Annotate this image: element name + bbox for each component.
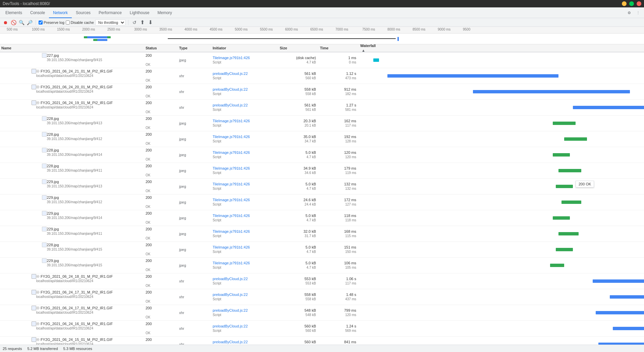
initiator-link[interactable]: TileImage.js?91b1:426 [213, 261, 277, 265]
initiator-link[interactable]: preloadByCloud.js:22 [213, 87, 277, 92]
table-row[interactable]: 229.jpg 39.101.150.206/map/zhanjiang/9/4… [0, 210, 644, 226]
table-row[interactable]: ☉ FY2G_2021_06_24_20_01_M_PI2_IR1.GIF lo… [0, 84, 644, 100]
tab-console[interactable]: Console [26, 7, 49, 18]
clear-button[interactable]: 🚫 [10, 19, 17, 26]
record-button[interactable]: ⏺ [2, 19, 9, 26]
status-code: 200 [146, 164, 176, 168]
initiator-link[interactable]: preloadByCloud.js:22 [213, 276, 277, 281]
export-har-button[interactable]: ⬇ [147, 19, 154, 26]
refresh-btn[interactable]: ↺ [131, 19, 138, 26]
initiator-link[interactable]: TileImage.js?91b1:426 [213, 213, 277, 218]
tab-network[interactable]: Network [49, 7, 72, 18]
initiator-link[interactable]: preloadByCloud.js:22 [213, 324, 277, 328]
preserve-log-label[interactable]: Preserve log [39, 20, 64, 25]
more-button[interactable]: ⋮ [634, 7, 643, 18]
initiator-link[interactable]: TileImage.js?91b1:426 [213, 55, 277, 60]
initiator-link[interactable]: preloadByCloud.js:22 [213, 292, 277, 297]
tab-performance[interactable]: Performance [95, 7, 126, 18]
tab-sources[interactable]: Sources [72, 7, 95, 18]
preserve-log-checkbox[interactable] [39, 20, 43, 25]
table-row[interactable]: ☉ FY2G_2021_06_24_15_01_M_PI2_IR1.GIF lo… [0, 337, 644, 345]
settings-button[interactable]: ⚙ [625, 7, 634, 18]
table-row[interactable]: ☉ FY2G_2021_06_24_18_01_M_PI2_IR1.GIF lo… [0, 273, 644, 289]
size-resource: 4.7 kB [280, 250, 316, 254]
header-waterfall[interactable]: Waterfall ▲ [359, 44, 644, 53]
name-texts: ☉ FY2G_2021_06_24_21_01_M_PI2_IR1.GIF lo… [36, 69, 113, 78]
table-row[interactable]: 229.jpg 39.101.150.206/map/zhanjiang/9/4… [0, 194, 644, 210]
table-row[interactable]: 227.jpg 39.101.150.206/map/zhanjiang/9/4… [0, 52, 644, 68]
initiator-link[interactable]: preloadByCloud.js:22 [213, 340, 277, 344]
type-value: jpeg [179, 152, 210, 157]
name-texts: ☉ FY2G_2021_06_24_18_01_M_PI2_IR1.GIF lo… [36, 274, 113, 283]
initiator-link[interactable]: TileImage.js?91b1:426 [213, 166, 277, 171]
cell-waterfall [359, 289, 644, 305]
timeline-ruler: 500 ms 1000 ms 1500 ms 2000 ms 2500 ms 3… [0, 27, 644, 34]
header-size[interactable]: Size [278, 45, 319, 51]
disable-cache-label[interactable]: Disable cache [66, 20, 94, 25]
tab-lighthouse[interactable]: Lighthouse [126, 7, 154, 18]
time-latency: 150 ms [320, 250, 356, 254]
tick-8500: 8500 ms [413, 28, 425, 31]
table-row[interactable]: ☉ FY2G_2021_06_24_17_01_M_PI2_IR1.GIF lo… [0, 305, 644, 321]
table-row[interactable]: 229.jpg 39.101.150.206/map/zhanjiang/9/4… [0, 226, 644, 242]
size-transfer: 5.0 kB [280, 213, 316, 218]
table-row[interactable]: 229.jpg 39.101.150.206/map/zhanjiang/9/4… [0, 258, 644, 273]
initiator-link[interactable]: TileImage.js?91b1:426 [213, 197, 277, 202]
initiator-link[interactable]: preloadByCloud.js:22 [213, 71, 277, 76]
initiator-link[interactable]: preloadByCloud.js:22 [213, 308, 277, 313]
header-name[interactable]: Name [0, 45, 144, 51]
tick-1500: 1500 ms [57, 28, 70, 31]
name-texts: ☉ FY2G_2021_06_24_16_01_M_PI2_IR1.GIF lo… [36, 321, 113, 331]
tick-6000: 6000 ms [285, 28, 298, 31]
table-row[interactable]: 228.jpg 39.101.150.206/map/zhanjiang/9/4… [0, 242, 644, 258]
disable-cache-checkbox[interactable] [66, 20, 70, 25]
time-main: 168 ms [320, 229, 356, 234]
table-row[interactable]: 228.jpg 39.101.150.206/map/zhanjiang/9/4… [0, 163, 644, 179]
initiator-link[interactable]: TileImage.js?91b1:426 [213, 229, 277, 234]
filename: ☉ FY2G_2021_06_24_19_01_M_PI2_IR1.GIF [36, 100, 113, 105]
table-row[interactable]: 229.jpg 39.101.150.206/map/zhanjiang/9/4… [0, 179, 644, 194]
initiator-link[interactable]: TileImage.js?91b1:426 [213, 134, 277, 139]
minimize-button[interactable]: − [622, 1, 627, 6]
filepath: 39.101.150.206/map/zhanjiang/9/411 [47, 168, 102, 173]
name-texts: 228.jpg 39.101.150.206/map/zhanjiang/9/4… [47, 132, 102, 141]
table-row[interactable]: 228.jpg 39.101.150.206/map/zhanjiang/9/4… [0, 131, 644, 147]
import-har-button[interactable]: ⬆ [139, 19, 146, 26]
initiator-link[interactable]: TileImage.js?91b1:426 [213, 150, 277, 155]
tab-elements[interactable]: Elements [1, 7, 26, 18]
header-type[interactable]: Type [178, 45, 211, 51]
initiator-link[interactable]: TileImage.js?91b1:426 [213, 245, 277, 250]
table-row[interactable]: ☉ FY2G_2021_06_24_16_01_M_PI2_IR1.GIF lo… [0, 321, 644, 337]
throttling-select[interactable]: No throttling [95, 19, 125, 26]
table-body[interactable]: 227.jpg 39.101.150.206/map/zhanjiang/9/4… [0, 52, 644, 345]
table-row[interactable]: ☉ FY2G_2021_06_24_17_31_M_PI2_IR1.GIF lo… [0, 289, 644, 305]
maximize-button[interactable]: □ [629, 1, 634, 6]
timeline-overview[interactable]: 500 ms 1000 ms 1500 ms 2000 ms 2500 ms 3… [0, 27, 644, 44]
image-icon [42, 195, 47, 200]
waterfall-bar [564, 137, 587, 141]
filename: 229.jpg [47, 227, 102, 231]
cell-time: 132 ms 132 ms [319, 179, 359, 194]
close-button[interactable]: × [637, 1, 641, 6]
filename: 229.jpg [47, 211, 102, 216]
filename: 228.jpg [47, 116, 102, 121]
header-initiator[interactable]: Initiator [211, 45, 278, 51]
search-button[interactable]: 🔎 [26, 19, 33, 26]
size-transfer: 561 kB [280, 103, 316, 107]
cell-waterfall [359, 84, 644, 99]
cell-size: (disk cache) 4.7 kB [278, 52, 319, 68]
size-resource: 4.7 kB [280, 186, 316, 191]
initiator-link[interactable]: TileImage.js?91b1:426 [213, 182, 277, 186]
header-time[interactable]: Time [319, 45, 359, 51]
initiator-link[interactable]: preloadByCloud.js:22 [213, 103, 277, 107]
tab-memory[interactable]: Memory [154, 7, 176, 18]
table-row[interactable]: ☉ FY2G_2021_06_24_19_01_M_PI2_IR1.GIF lo… [0, 100, 644, 116]
initiator-link[interactable]: TileImage.js?91b1:426 [213, 119, 277, 123]
cell-name: ☉ FY2G_2021_06_24_17_01_M_PI2_IR1.GIF lo… [0, 305, 144, 320]
cell-status: 200OK [144, 163, 178, 178]
table-row[interactable]: 228.jpg 39.101.150.206/map/zhanjiang/9/4… [0, 147, 644, 163]
filter-toggle[interactable]: 🔍 [18, 19, 25, 26]
header-status[interactable]: Status [144, 45, 178, 51]
table-row[interactable]: ☉ FY2G_2021_06_24_21_01_M_PI2_IR1.GIF lo… [0, 68, 644, 84]
table-row[interactable]: 228.jpg 39.101.150.206/map/zhanjiang/9/4… [0, 116, 644, 131]
